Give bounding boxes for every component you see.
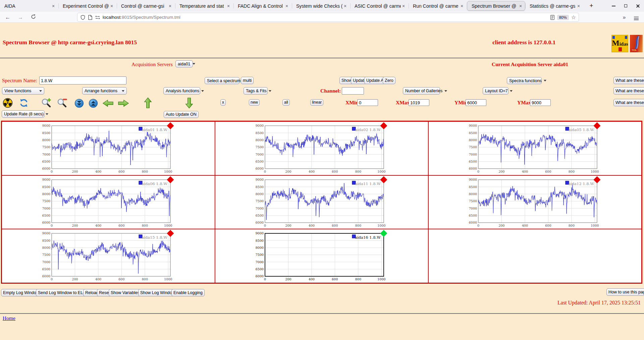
- spectrum-chart[interactable]: 6000650070007500800085009000020040060080…: [2, 122, 215, 175]
- tab-close-icon[interactable]: ×: [169, 3, 171, 9]
- svg-text:0: 0: [51, 277, 53, 281]
- status-diamond[interactable]: [167, 230, 174, 237]
- spectrum-chart[interactable]: 6000650070007500800085009000020040060080…: [215, 122, 428, 175]
- update-rate-dropdown[interactable]: Update Rate (8 secs): [2, 110, 45, 118]
- tab-spectrum-browser[interactable]: Spectrum Browser @×: [467, 1, 525, 11]
- show-variables-button[interactable]: Show Variables: [109, 289, 142, 296]
- enable-logging-button[interactable]: Enable Logging: [171, 289, 205, 296]
- view-functions-dropdown[interactable]: View functions: [2, 87, 44, 95]
- ymax-input[interactable]: [530, 99, 551, 106]
- reader-mode-icon[interactable]: [550, 15, 555, 20]
- tab-statistics[interactable]: Statistics @ carme-gs×: [525, 0, 584, 12]
- zoom-level-badge[interactable]: 80%: [557, 15, 569, 20]
- spectrum-name-input[interactable]: [39, 76, 126, 84]
- how-to-use-button[interactable]: How to use this page: [606, 288, 644, 296]
- all-button[interactable]: all: [282, 99, 290, 106]
- status-diamond[interactable]: [380, 122, 387, 129]
- empty-log-window-button[interactable]: Empty Log Window: [1, 289, 41, 296]
- tab-system-checks[interactable]: System wide Checks (×: [292, 0, 350, 12]
- new-button[interactable]: new: [249, 99, 260, 106]
- home-link[interactable]: Home: [3, 315, 15, 321]
- tab-close-icon[interactable]: ×: [110, 3, 113, 9]
- legend-label: aida15 1.8.W: [142, 235, 167, 240]
- shield-icon[interactable]: [80, 15, 86, 20]
- spectrum-chart[interactable]: 6000650070007500800085009000020040060080…: [429, 176, 642, 229]
- multi-button[interactable]: multi: [241, 77, 254, 84]
- send-log-to-elog-button[interactable]: Send Log Window to ELog: [36, 289, 90, 296]
- what-are-these-button-3[interactable]: What are these?: [613, 99, 644, 106]
- linear-button[interactable]: linear: [310, 99, 323, 106]
- spectrum-chart[interactable]: 6000650070007500800085009000020040060080…: [429, 122, 642, 175]
- zoom-in-icon[interactable]: [41, 98, 52, 109]
- toolbar-overflow-button[interactable]: »: [620, 13, 629, 21]
- arrow-right-icon[interactable]: [117, 99, 129, 110]
- what-are-these-button-2[interactable]: What are these?: [613, 87, 644, 95]
- status-diamond[interactable]: [380, 176, 387, 183]
- url-bar[interactable]: localhost:8015/Spectrum/Spectrum.tml 80%…: [77, 13, 579, 22]
- arrange-functions-dropdown[interactable]: Arrange functions: [82, 87, 127, 95]
- scroll-up-icon[interactable]: [89, 99, 100, 109]
- tab-close-icon[interactable]: ×: [52, 3, 55, 9]
- tab-temperature[interactable]: Temperature and stat×: [175, 0, 233, 12]
- layout-id-dropdown[interactable]: Layout ID=7: [483, 87, 508, 95]
- new-tab-button[interactable]: +: [587, 2, 596, 10]
- tab-close-icon[interactable]: ×: [577, 3, 580, 9]
- tags-fits-dropdown[interactable]: Tags & Fits: [244, 87, 268, 95]
- galleries-dropdown[interactable]: Number of Galleries: [403, 87, 440, 95]
- tab-asic-control[interactable]: ASIC Control @ carme×: [350, 0, 409, 12]
- spectrum-chart[interactable]: 6000650070007500800085009000020040060080…: [2, 229, 215, 282]
- tab-control-carme[interactable]: Control @ carme-gsi×: [117, 0, 175, 12]
- forward-button[interactable]: →: [16, 13, 25, 21]
- zoom-out-icon[interactable]: [57, 98, 68, 109]
- spectrum-chart[interactable]: 6000650070007500800085009000020040060080…: [215, 229, 428, 282]
- window-close-button[interactable]: [636, 4, 640, 8]
- tab-experiment-control[interactable]: Experiment Control @×: [58, 0, 117, 12]
- xmax-input[interactable]: [409, 99, 429, 106]
- arrow-down-icon[interactable]: [185, 97, 196, 108]
- status-diamond[interactable]: [167, 122, 174, 129]
- refresh-icon[interactable]: [19, 98, 30, 109]
- menu-button[interactable]: [632, 13, 641, 21]
- auto-update-button[interactable]: Auto Update ON: [164, 111, 199, 118]
- svg-text:6000: 6000: [42, 167, 50, 170]
- gallery-cell-aida06: 6000650070007500800085009000020040060080…: [2, 175, 215, 229]
- tab-aida[interactable]: AIDA×: [0, 0, 58, 12]
- tab-close-icon[interactable]: ×: [227, 3, 230, 9]
- arrow-up-icon[interactable]: [144, 97, 155, 108]
- analysis-functions-dropdown[interactable]: Analysis functions: [163, 87, 200, 95]
- url-text[interactable]: localhost:8015/Spectrum/Spectrum.tml: [103, 15, 548, 20]
- tab-close-icon[interactable]: ×: [461, 3, 463, 9]
- x-button[interactable]: x: [220, 99, 226, 106]
- window-maximize-button[interactable]: [624, 4, 627, 7]
- tab-close-icon[interactable]: ×: [402, 3, 405, 9]
- spectra-functions-dropdown[interactable]: Spectra functions: [507, 77, 542, 84]
- spectrum-chart[interactable]: 6000650070007500800085009000020040060080…: [215, 176, 428, 229]
- scroll-down-icon[interactable]: [74, 99, 86, 109]
- status-diamond[interactable]: [167, 176, 174, 183]
- bookmark-star-icon[interactable]: ☆: [571, 14, 576, 20]
- status-diamond[interactable]: [594, 176, 601, 183]
- tab-close-icon[interactable]: ×: [519, 3, 522, 9]
- select-spectrum-dropdown[interactable]: Select a spectrum: [205, 77, 239, 84]
- tab-run-control[interactable]: Run Control @ carme×: [409, 0, 467, 12]
- tab-fadc-align[interactable]: FADC Align & Control×: [233, 0, 292, 12]
- acquisition-server-select[interactable]: aida01: [175, 60, 193, 67]
- channel-input[interactable]: [342, 87, 364, 95]
- zero-button[interactable]: Zero: [383, 77, 395, 84]
- what-are-these-button-1[interactable]: What are these?: [613, 77, 644, 84]
- permissions-icon[interactable]: [95, 15, 100, 20]
- xmin-input[interactable]: [357, 99, 378, 106]
- spectrum-chart[interactable]: 6000650070007500800085009000020040060080…: [2, 176, 215, 229]
- page-info-icon[interactable]: [88, 15, 93, 20]
- arrow-left-icon[interactable]: [102, 99, 113, 110]
- status-diamond[interactable]: [380, 230, 387, 237]
- status-diamond[interactable]: [594, 122, 601, 129]
- ymin-input[interactable]: [466, 99, 486, 106]
- tab-close-icon[interactable]: ×: [344, 3, 346, 9]
- window-minimize-button[interactable]: [612, 6, 615, 6]
- back-button[interactable]: ←: [3, 13, 12, 21]
- svg-text:6000: 6000: [256, 221, 264, 224]
- tab-close-icon[interactable]: ×: [285, 3, 288, 9]
- reload-button[interactable]: [29, 13, 38, 21]
- radiation-icon[interactable]: [3, 98, 14, 109]
